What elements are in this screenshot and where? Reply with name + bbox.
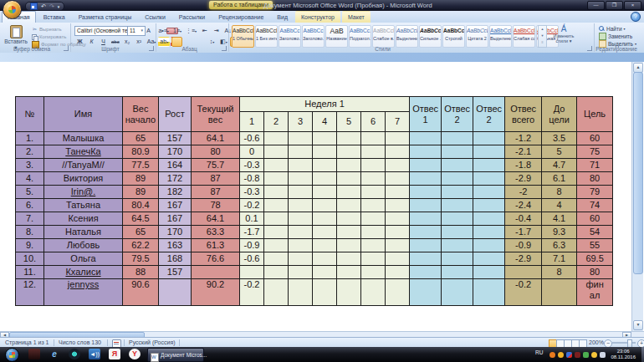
current-weight-cell[interactable]: 76.6 — [192, 252, 240, 266]
zoom-slider[interactable] — [612, 342, 636, 344]
start-weight-cell[interactable]: 89 — [123, 172, 159, 186]
week4-cell[interactable] — [313, 226, 337, 239]
week1-cell[interactable]: -0.3 — [240, 159, 264, 172]
otves1-cell[interactable] — [410, 266, 442, 279]
tray-icon-5[interactable] — [583, 352, 589, 358]
style-chip[interactable]: АаBbCcЗаголово... — [302, 25, 325, 48]
height-cell[interactable]: 182 — [159, 186, 192, 199]
week7-cell[interactable] — [386, 186, 410, 199]
week2-cell[interactable] — [264, 252, 289, 266]
week4-cell[interactable] — [313, 212, 337, 226]
num-cell[interactable]: 9. — [16, 239, 44, 252]
yandex-icon[interactable]: Я — [109, 349, 120, 359]
styles-gallery-scroll[interactable]: ▲▼≡ — [538, 25, 547, 48]
current-weight-cell[interactable]: 87 — [192, 186, 240, 199]
week3-cell[interactable] — [289, 266, 313, 279]
help-icon[interactable]: ? — [631, 12, 641, 22]
internet-explorer-icon[interactable]: e — [49, 349, 60, 359]
otves1-cell[interactable] — [410, 172, 442, 186]
start-weight-cell[interactable]: 65 — [123, 226, 159, 239]
week2-cell[interactable] — [264, 159, 289, 172]
current-weight-cell[interactable]: 75.7 — [192, 159, 240, 172]
otves3-cell[interactable] — [473, 132, 505, 145]
change-styles-button[interactable]: А́ Изменить стили ▾ — [549, 25, 578, 43]
week2-cell[interactable] — [264, 172, 289, 186]
tab-конструктор[interactable]: Конструктор — [295, 11, 340, 23]
name-cell[interactable]: Виктория — [44, 172, 123, 186]
name-cell[interactable]: ТанечКа — [44, 145, 123, 159]
otves3-cell[interactable] — [473, 239, 505, 252]
otves-total-cell[interactable]: -1.2 — [505, 132, 542, 145]
current-weight-cell[interactable]: 90.2 — [192, 279, 240, 306]
app-icon-1[interactable] — [28, 349, 40, 359]
name-cell[interactable]: Кхалиси — [44, 266, 123, 279]
height-cell[interactable]: 168 — [159, 252, 192, 266]
week5-cell[interactable] — [337, 172, 361, 186]
y-browser-icon[interactable]: Y — [129, 349, 141, 359]
num-cell[interactable]: 8. — [16, 226, 44, 239]
week2-cell[interactable] — [264, 212, 289, 226]
to-goal-cell[interactable]: 4 — [542, 199, 577, 212]
otves2-cell[interactable] — [442, 199, 473, 212]
close-button[interactable]: × — [624, 1, 641, 10]
grow-font-button[interactable]: А — [143, 26, 154, 36]
week7-cell[interactable] — [386, 199, 410, 212]
to-goal-cell[interactable]: 5 — [542, 145, 577, 159]
style-chip[interactable]: АаBbCcDcСильное ... — [419, 25, 442, 48]
otves3-cell[interactable] — [473, 266, 505, 279]
name-cell[interactable]: Любовь — [44, 239, 123, 252]
otves2-cell[interactable] — [442, 186, 473, 199]
current-weight-cell[interactable]: 64.1 — [192, 212, 240, 226]
week5-cell[interactable] — [337, 279, 361, 306]
current-weight-cell[interactable] — [192, 266, 240, 279]
tab-рассылки[interactable]: Рассылки — [173, 11, 211, 23]
заменить-button[interactable]: Заменить — [599, 33, 632, 40]
name-cell[interactable]: Наталья — [44, 226, 123, 239]
to-goal-cell[interactable]: 4.1 — [542, 212, 577, 226]
name-cell[interactable]: //TanyaM// — [44, 159, 123, 172]
otves1-cell[interactable] — [410, 132, 442, 145]
week5-cell[interactable] — [337, 199, 361, 212]
num-cell[interactable]: 3. — [16, 159, 44, 172]
week1-cell[interactable]: -0.3 — [240, 186, 264, 199]
scroll-down-icon[interactable]: ▼ — [633, 320, 643, 330]
найти-button[interactable]: Найти▾ — [599, 25, 626, 33]
start-button[interactable] — [5, 348, 19, 362]
tab-рецензирование[interactable]: Рецензирование — [212, 11, 269, 23]
start-weight-cell[interactable]: 79.5 — [123, 252, 159, 266]
multilevel-list-button[interactable]: ⋮≡▾ — [184, 26, 198, 36]
to-goal-cell[interactable]: 9.3 — [542, 226, 577, 239]
tab-вид[interactable]: Вид — [271, 11, 294, 23]
start-weight-cell[interactable]: 80.9 — [123, 145, 159, 159]
goal-cell[interactable]: финал — [577, 279, 613, 306]
undo-icon[interactable]: ↶ — [41, 3, 46, 10]
goal-cell[interactable]: 60 — [577, 212, 613, 226]
start-weight-cell[interactable]: 88 — [123, 266, 159, 279]
week3-cell[interactable] — [289, 239, 313, 252]
week7-cell[interactable] — [386, 172, 410, 186]
otves2-cell[interactable] — [442, 252, 473, 266]
increase-indent-button[interactable]: ⇥ — [211, 26, 222, 36]
style-chip[interactable]: АаВНазвание — [325, 25, 348, 48]
goal-cell[interactable]: 69.5 — [577, 252, 613, 266]
maximize-button[interactable]: ❐ — [606, 1, 623, 10]
otves-total-cell[interactable]: -2.1 — [505, 145, 542, 159]
otves-total-cell[interactable]: -2.9 — [505, 252, 542, 266]
week1-cell[interactable]: -0.9 — [240, 239, 264, 252]
current-weight-cell[interactable]: 63.3 — [192, 226, 240, 239]
week3-cell[interactable] — [289, 145, 313, 159]
otves3-cell[interactable] — [473, 212, 505, 226]
otves1-cell[interactable] — [410, 199, 442, 212]
name-cell[interactable]: jennyss — [44, 279, 123, 306]
week5-cell[interactable] — [337, 266, 361, 279]
otves1-cell[interactable] — [410, 226, 442, 239]
otves-total-cell[interactable] — [505, 266, 542, 279]
week5-cell[interactable] — [337, 212, 361, 226]
name-cell[interactable]: Irin@. — [44, 186, 123, 199]
week6-cell[interactable] — [361, 212, 386, 226]
week5-cell[interactable] — [337, 226, 361, 239]
otves-total-cell[interactable]: -2.4 — [505, 199, 542, 212]
goal-cell[interactable]: 80 — [577, 172, 613, 186]
tray-clock[interactable]: 23:0608.11.2016 — [611, 349, 636, 360]
height-cell[interactable]: 167 — [159, 199, 192, 212]
